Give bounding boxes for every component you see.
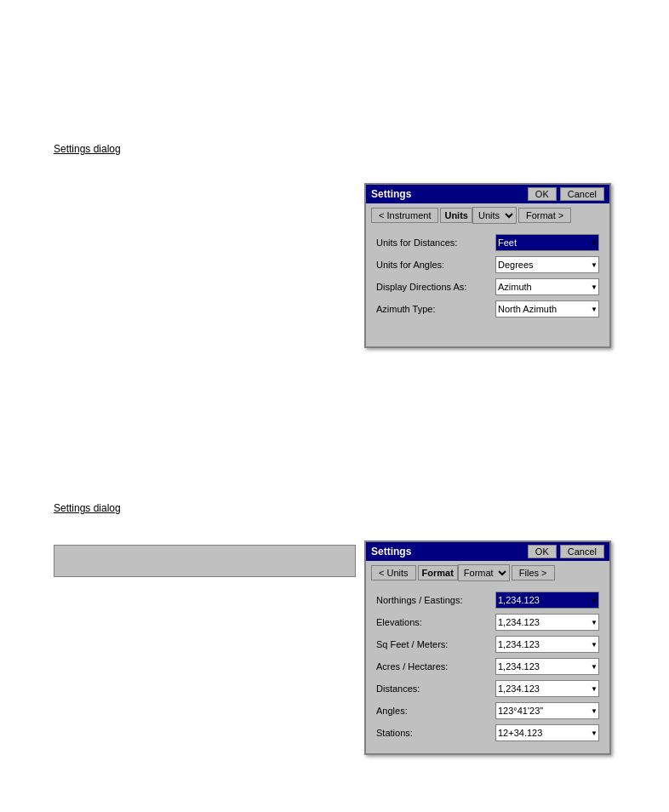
dialog1-ok-button[interactable]: OK xyxy=(528,187,557,201)
label-distances: Units for Distances: xyxy=(376,237,495,248)
form2-row-stations: Stations: 12+34.123 xyxy=(376,724,599,741)
select2-stations[interactable]: 12+34.123 xyxy=(495,724,599,741)
label2-elevations: Elevations: xyxy=(376,617,495,627)
dialog1-titlebar: Settings OK Cancel xyxy=(366,185,609,203)
form2-row-sqfeet: Sq Feet / Meters: 1,234.123 xyxy=(376,636,599,653)
label2-sqfeet: Sq Feet / Meters: xyxy=(376,639,495,649)
dialog1-tab-active-container: Units Units xyxy=(440,207,517,224)
dialog2-form: Northings / Eastings: 1,234.123 Elevatio… xyxy=(366,585,609,753)
link1[interactable]: Settings dialog xyxy=(54,143,121,155)
select2-distances[interactable]: 1,234.123 xyxy=(495,680,599,697)
select-azimuth-type[interactable]: North Azimuth xyxy=(495,300,599,317)
select2-elevations[interactable]: 1,234.123 xyxy=(495,614,599,631)
form2-row-acres: Acres / Hectares: 1,234.123 xyxy=(376,658,599,675)
dialog2-title-buttons: OK Cancel xyxy=(528,545,604,558)
form-row-directions: Display Directions As: Azimuth xyxy=(376,278,599,295)
gray-box xyxy=(54,545,356,577)
dialog1-cancel-button[interactable]: Cancel xyxy=(560,187,604,201)
select2-sqfeet[interactable]: 1,234.123 xyxy=(495,636,599,653)
select2-wrapper-northings: 1,234.123 xyxy=(495,592,599,609)
select2-wrapper-acres: 1,234.123 xyxy=(495,658,599,675)
dialog1-bottom xyxy=(366,329,609,346)
form-row-azimuth-type: Azimuth Type: North Azimuth xyxy=(376,300,599,317)
select2-wrapper-sqfeet: 1,234.123 xyxy=(495,636,599,653)
form-row-angles: Units for Angles: Degrees xyxy=(376,256,599,273)
form2-row-elevations: Elevations: 1,234.123 xyxy=(376,614,599,631)
label-azimuth-type: Azimuth Type: xyxy=(376,304,495,314)
label2-angles: Angles: xyxy=(376,706,495,716)
label-directions: Display Directions As: xyxy=(376,282,495,292)
label2-acres: Acres / Hectares: xyxy=(376,661,495,672)
dialog2-tabbar: < Units Format Format Files > xyxy=(366,561,609,585)
dialog1-tab-prev[interactable]: < Instrument xyxy=(371,208,438,223)
dialog1-tabbar: < Instrument Units Units Format > xyxy=(366,203,609,227)
link2[interactable]: Settings dialog xyxy=(54,502,121,514)
select2-angles[interactable]: 123°41'23" xyxy=(495,702,599,719)
select-distances[interactable]: Feet xyxy=(495,234,599,251)
label-angles: Units for Angles: xyxy=(376,260,495,270)
dialog2-title: Settings xyxy=(371,546,411,558)
dialog2-tab-dropdown[interactable]: Format xyxy=(458,564,510,581)
select2-wrapper-angles: 123°41'23" xyxy=(495,702,599,719)
dialog1-title-buttons: OK Cancel xyxy=(528,187,604,201)
select2-northings[interactable]: 1,234.123 xyxy=(495,592,599,609)
label2-distances: Distances: xyxy=(376,683,495,694)
dialog1-tab-active-label: Units xyxy=(440,208,472,223)
select2-wrapper-stations: 12+34.123 xyxy=(495,724,599,741)
form2-row-angles: Angles: 123°41'23" xyxy=(376,702,599,719)
dialog1-tab-dropdown[interactable]: Units xyxy=(472,207,517,224)
dialog2-tab-prev[interactable]: < Units xyxy=(371,565,416,580)
settings-dialog-1: Settings OK Cancel < Instrument Units Un… xyxy=(364,183,611,348)
select-angles[interactable]: Degrees xyxy=(495,256,599,273)
label2-northings: Northings / Eastings: xyxy=(376,595,495,605)
dialog2-ok-button[interactable]: OK xyxy=(528,545,557,558)
select2-acres[interactable]: 1,234.123 xyxy=(495,658,599,675)
select-directions[interactable]: Azimuth xyxy=(495,278,599,295)
form-row-distances: Units for Distances: Feet xyxy=(376,234,599,251)
select-wrapper-distances: Feet xyxy=(495,234,599,251)
dialog1-title: Settings xyxy=(371,188,411,200)
select-wrapper-azimuth-type: North Azimuth xyxy=(495,300,599,317)
select2-wrapper-elevations: 1,234.123 xyxy=(495,614,599,631)
dialog2-tab-next[interactable]: Files > xyxy=(512,565,555,580)
select2-wrapper-distances: 1,234.123 xyxy=(495,680,599,697)
settings-dialog-2: Settings OK Cancel < Units Format Format… xyxy=(364,540,611,755)
select-wrapper-angles: Degrees xyxy=(495,256,599,273)
dialog2-titlebar: Settings OK Cancel xyxy=(366,542,609,561)
dialog2-tab-active-label: Format xyxy=(418,565,458,580)
label2-stations: Stations: xyxy=(376,728,495,738)
dialog2-tab-active-container: Format Format xyxy=(418,564,510,581)
select-wrapper-directions: Azimuth xyxy=(495,278,599,295)
form2-row-distances: Distances: 1,234.123 xyxy=(376,680,599,697)
dialog1-tab-next[interactable]: Format > xyxy=(518,208,571,223)
dialog1-form: Units for Distances: Feet Units for Angl… xyxy=(366,227,609,329)
dialog2-cancel-button[interactable]: Cancel xyxy=(560,545,604,558)
form2-row-northings: Northings / Eastings: 1,234.123 xyxy=(376,592,599,609)
